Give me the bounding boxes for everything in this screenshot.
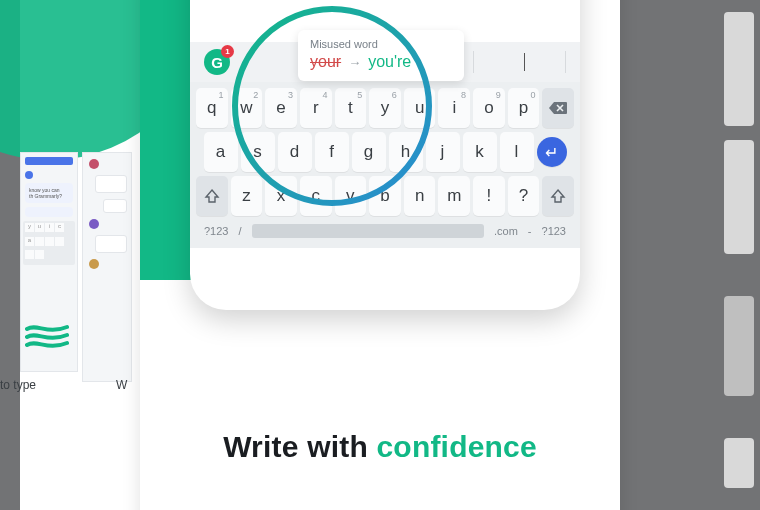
key-x[interactable]: x — [265, 176, 297, 216]
key-n[interactable]: n — [404, 176, 436, 216]
tagline: Write with confidence — [140, 430, 620, 464]
key-c[interactable]: c — [300, 176, 332, 216]
bg-caption-b: W — [116, 378, 127, 392]
key-f[interactable]: f — [315, 132, 349, 172]
promo-card: G 1 Misused word your → you're q1w2e3r4t… — [140, 0, 620, 510]
key-s[interactable]: s — [241, 132, 275, 172]
enter-key[interactable]: ↵ — [537, 137, 567, 167]
key-a[interactable]: a — [204, 132, 238, 172]
tagline-accent: confidence — [376, 430, 536, 463]
suggestion-bad-word: your — [310, 53, 341, 71]
spacebar[interactable] — [252, 224, 484, 238]
key-p[interactable]: p0 — [508, 88, 540, 128]
notification-badge: 1 — [221, 45, 234, 58]
key-?[interactable]: ? — [508, 176, 540, 216]
bg-caption-a: to type — [0, 378, 36, 392]
bg-screenshot-b — [82, 152, 132, 382]
suggestion-label: Misused word — [310, 38, 452, 50]
key-g[interactable]: g — [352, 132, 386, 172]
key-h[interactable]: h — [389, 132, 423, 172]
shift-key-right[interactable] — [542, 176, 574, 216]
dotcom-key[interactable]: .com — [494, 225, 518, 237]
tagline-pre: Write with — [223, 430, 376, 463]
key-e[interactable]: e3 — [265, 88, 297, 128]
key-k[interactable]: k — [463, 132, 497, 172]
key-j[interactable]: j — [426, 132, 460, 172]
phone-mock: G 1 Misused word your → you're q1w2e3r4t… — [190, 0, 580, 310]
key-r[interactable]: r4 — [300, 88, 332, 128]
keyboard: q1w2e3r4t5y6u7i8o9p0 asdfghjkl↵ zxcvbnm!… — [190, 82, 580, 248]
grammarly-badge-letter: G — [211, 54, 223, 71]
backspace-key[interactable] — [542, 88, 574, 128]
key-z[interactable]: z — [231, 176, 263, 216]
key-m[interactable]: m — [438, 176, 470, 216]
key-i[interactable]: i8 — [438, 88, 470, 128]
key-v[interactable]: v — [335, 176, 367, 216]
key-y[interactable]: y6 — [369, 88, 401, 128]
grammarly-badge[interactable]: G 1 — [204, 49, 230, 75]
symbols-key[interactable]: ?123 — [204, 225, 228, 237]
symbols-key-right[interactable]: ?123 — [542, 225, 566, 237]
key-o[interactable]: o9 — [473, 88, 505, 128]
key-![interactable]: ! — [473, 176, 505, 216]
suggestion-card[interactable]: Misused word your → you're — [298, 30, 464, 81]
shift-key[interactable] — [196, 176, 228, 216]
suggestion-good-word: you're — [368, 53, 411, 71]
key-d[interactable]: d — [278, 132, 312, 172]
key-t[interactable]: t5 — [335, 88, 367, 128]
dash-key[interactable]: - — [528, 225, 532, 237]
slash-key[interactable]: / — [238, 225, 241, 237]
bg-screenshot-a: know you canth Grammarly? yuica — [20, 152, 78, 372]
key-b[interactable]: b — [369, 176, 401, 216]
key-u[interactable]: u7 — [404, 88, 436, 128]
key-l[interactable]: l — [500, 132, 534, 172]
key-q[interactable]: q1 — [196, 88, 228, 128]
text-cursor — [524, 53, 525, 71]
arrow-icon: → — [348, 55, 361, 70]
key-w[interactable]: w2 — [231, 88, 263, 128]
